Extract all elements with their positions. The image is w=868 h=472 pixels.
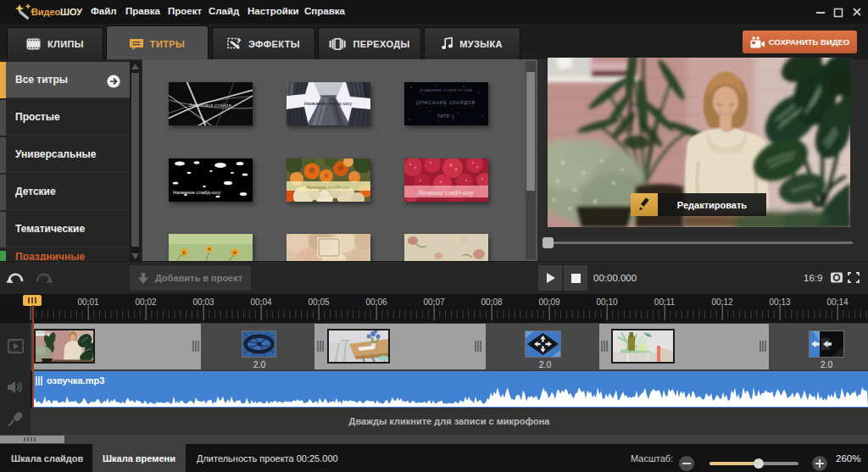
svg-text:Название слайд-шоу: Название слайд-шоу <box>305 185 350 190</box>
svg-text:ОПИСАНИЕ СЛАЙДОВ: ОПИСАНИЕ СЛАЙДОВ <box>416 99 476 105</box>
svg-text:Название слайд-шоу: Название слайд-шоу <box>304 101 352 106</box>
svg-text:ДОБАВЛЕНИЕ УСТРОЙСТВ ОКНА: ДОБАВЛЕНИЕ УСТРОЙСТВ ОКНА <box>420 89 472 92</box>
svg-text:ТИТР 1: ТИТР 1 <box>437 114 455 119</box>
svg-text:Название слайд-шоу: Название слайд-шоу <box>173 190 220 195</box>
svg-text:Заголовок слайда: Заголовок слайда <box>189 103 232 108</box>
svg-text:Название слайд-шоу: Название слайд-шоу <box>418 189 474 197</box>
